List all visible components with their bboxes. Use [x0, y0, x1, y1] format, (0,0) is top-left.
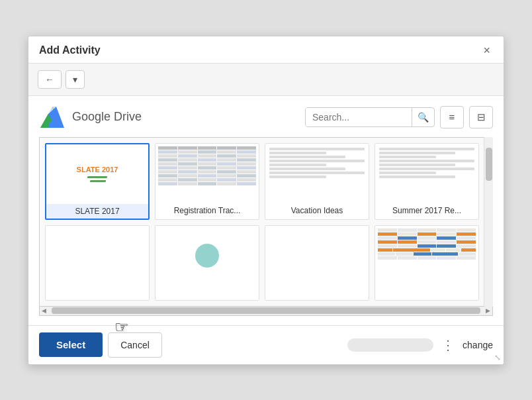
file-item-summer2017[interactable]: Summer 2017 Re...: [375, 143, 479, 220]
search-input[interactable]: [306, 108, 412, 126]
resize-handle[interactable]: ⤡: [494, 354, 501, 362]
slate-line-1: [87, 176, 108, 178]
footer-right: ⋮ change: [347, 337, 493, 353]
file-thumbnail-chart: [375, 226, 478, 285]
files-scroll-wrapper: SLATE 2017 SLATE 2017: [39, 137, 493, 316]
summer-line-7: [379, 172, 436, 174]
slate-doc-title: SLATE 2017: [77, 166, 118, 174]
drive-header: Google Drive 🔍 ≡ ⊟: [39, 105, 493, 129]
files-grid: SLATE 2017 SLATE 2017: [40, 138, 492, 306]
file-label-slate2017: SLATE 2017: [46, 204, 148, 219]
file-thumbnail-teal: [155, 226, 259, 285]
vac-doc: [265, 144, 369, 203]
summer-line-4: [379, 160, 474, 162]
add-activity-dialog: Add Activity × ← ▾ Google Drive: [28, 36, 504, 365]
file-item-slate2017[interactable]: SLATE 2017 SLATE 2017: [45, 143, 150, 220]
more-options-button[interactable]: ⋮: [439, 337, 457, 353]
dropdown-button[interactable]: ▾: [66, 70, 85, 89]
scrollbar-thumb-v: [486, 148, 492, 181]
file-thumbnail-vacation: [265, 144, 369, 203]
vertical-scrollbar[interactable]: [484, 137, 493, 307]
drive-logo-area: Google Drive: [39, 105, 142, 129]
scrollbar-thumb-h: [52, 307, 480, 314]
horizontal-scrollbar[interactable]: ◀ ▶: [39, 307, 493, 316]
vac-line-6: [269, 168, 345, 170]
slate-doc-content: SLATE 2017: [46, 144, 148, 204]
file-thumbnail-blank3: [265, 226, 369, 285]
vac-line-2: [269, 152, 326, 154]
vac-line-3: [269, 156, 345, 158]
summer-line-6: [379, 168, 474, 170]
search-icon: 🔍: [418, 112, 429, 123]
chart-content: [375, 226, 478, 285]
summer-line-8: [379, 175, 455, 178]
file-label-blank3: [265, 285, 369, 300]
file-label-reg-trac: Registration Trac...: [155, 203, 259, 218]
cancel-button[interactable]: Cancel: [108, 332, 162, 358]
slate-doc-lines: [87, 176, 107, 182]
back-button[interactable]: ←: [38, 70, 62, 89]
file-label-summer2017: Summer 2017 Re...: [375, 203, 478, 218]
file-thumbnail-reg-trac: [155, 144, 259, 203]
summer-line-1: [379, 148, 474, 150]
summer-line-5: [379, 164, 455, 166]
teal-circle: [195, 244, 219, 268]
dialog-footer: Select Cancel ⋮ change: [28, 325, 504, 364]
summer-doc: [375, 144, 478, 203]
file-thumbnail-summer2017: [375, 144, 478, 203]
search-box: 🔍: [305, 107, 435, 127]
content-area: Google Drive 🔍 ≡ ⊟: [28, 96, 504, 325]
slate-line-2: [90, 180, 107, 182]
dialog-header: Add Activity ×: [28, 36, 504, 64]
drive-name: Google Drive: [72, 110, 142, 124]
change-button[interactable]: change: [463, 340, 493, 350]
vac-line-4: [269, 160, 365, 162]
toolbar: ← ▾: [28, 64, 504, 96]
file-label-teal: [155, 285, 259, 300]
google-drive-logo: [39, 105, 66, 129]
summer-line-3: [379, 156, 436, 158]
file-item-teal[interactable]: [155, 225, 259, 301]
file-item-vacation[interactable]: Vacation Ideas: [265, 143, 369, 220]
list-view-button[interactable]: ≡: [440, 106, 464, 128]
vac-line-8: [269, 175, 326, 178]
vac-line-7: [269, 172, 365, 174]
dialog-title: Add Activity: [39, 44, 101, 56]
file-thumbnail-blank1: [46, 226, 149, 285]
file-label-vacation: Vacation Ideas: [265, 203, 369, 218]
file-item-blank1[interactable]: [45, 225, 150, 301]
search-icon-button[interactable]: 🔍: [412, 108, 434, 126]
filter-button[interactable]: ⊟: [469, 106, 493, 128]
files-container: SLATE 2017 SLATE 2017: [39, 137, 493, 307]
file-item-chart[interactable]: [375, 225, 479, 301]
select-button[interactable]: Select: [39, 332, 103, 357]
close-button[interactable]: ×: [480, 44, 493, 56]
vac-line-5: [269, 164, 326, 166]
spreadsheet-thumb: [155, 144, 259, 203]
file-label-chart: [375, 285, 478, 300]
file-item-blank3[interactable]: [265, 225, 369, 301]
account-info: [347, 338, 433, 352]
file-label-blank1: [46, 285, 149, 300]
summer-line-2: [379, 152, 455, 154]
drive-controls: 🔍 ≡ ⊟: [305, 106, 493, 128]
vac-line-1: [269, 148, 365, 150]
file-item-reg-trac[interactable]: Registration Trac...: [155, 143, 259, 220]
file-thumbnail-slate2017: SLATE 2017: [46, 144, 148, 204]
scroll-left-arrow[interactable]: ◀: [42, 307, 46, 314]
scroll-right-arrow[interactable]: ▶: [486, 307, 490, 314]
